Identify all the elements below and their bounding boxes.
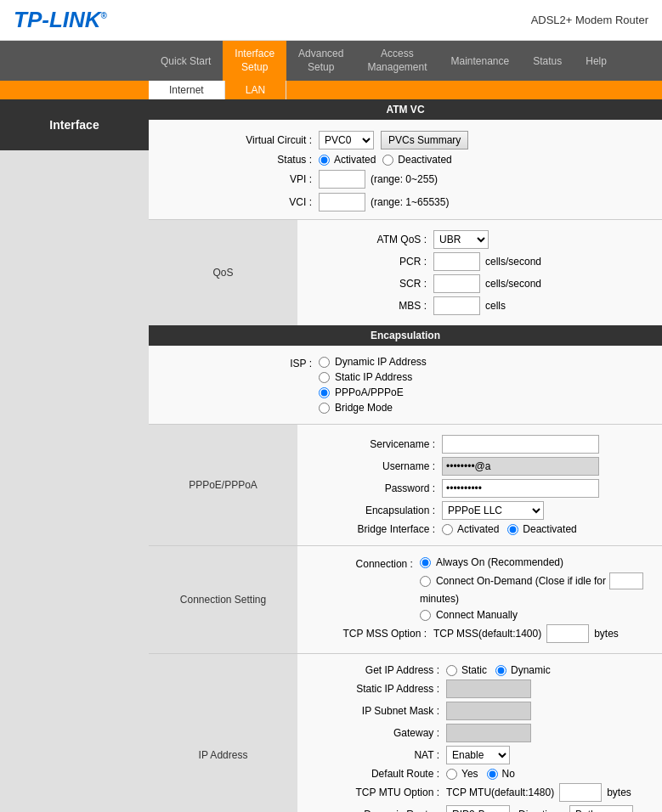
dynamic-ip-radio[interactable] [319, 357, 330, 368]
password-row: Password : [314, 479, 654, 498]
username-input[interactable] [442, 457, 599, 476]
static-ip-label: Static IP Address : [314, 683, 446, 695]
nav-item-help[interactable]: Help [574, 41, 619, 81]
tcp-mss-default: TCP MSS(default:1400) [433, 628, 541, 640]
nav-item-maintenance[interactable]: Maintenance [439, 41, 521, 81]
connect-on-demand-radio[interactable] [420, 576, 431, 587]
connect-on-demand-option[interactable]: Connect On-Demand (Close if idle for 0 m… [420, 572, 654, 605]
always-on-option[interactable]: Always On (Recommended) [420, 556, 654, 568]
sub-nav-lan[interactable]: LAN [225, 81, 286, 99]
isp-label: ISP : [166, 356, 319, 369]
pppoe-section-block: PPPoE/PPPoA Servicename : MTNL Username … [149, 424, 662, 545]
nav-item-access-management[interactable]: Access Management [355, 41, 439, 81]
static-ip-radio[interactable] [319, 372, 330, 383]
always-on-radio[interactable] [420, 557, 431, 568]
status-label: Status : [166, 154, 319, 166]
bridge-deactivated-option[interactable]: Deactivated [507, 523, 576, 535]
bridge-activated-radio[interactable] [442, 524, 453, 535]
dynamic-route-select[interactable]: RIP2-B [446, 805, 510, 812]
sidebar-interface-header: Interface [0, 99, 149, 150]
virtual-circuit-value: PVC0 PVCs Summary [319, 131, 468, 149]
isp-row: ISP : Dynamic IP Address Static IP Addre… [166, 356, 645, 414]
status-activated-option[interactable]: Activated [319, 154, 376, 166]
pppoe-pppoa-radio[interactable] [319, 387, 330, 398]
pcr-row: PCR : 0 cells/second [314, 252, 654, 271]
encapsulation-content: ISP : Dynamic IP Address Static IP Addre… [149, 346, 662, 424]
connection-setting-content: Connection : Always On (Recommended) Con… [297, 546, 662, 653]
pvcs-summary-btn[interactable]: PVCs Summary [381, 131, 468, 149]
dynamic-radio[interactable] [495, 665, 506, 676]
no-option[interactable]: No [487, 768, 515, 780]
pcr-input[interactable]: 0 [433, 252, 480, 271]
direction-select[interactable]: Both [569, 805, 633, 812]
virtual-circuit-row: Virtual Circuit : PVC0 PVCs Summary [166, 131, 645, 149]
nav-item-advanced-setup[interactable]: Advanced Setup [286, 41, 355, 81]
vpi-label: VPI : [166, 173, 319, 185]
connect-manually-radio[interactable] [420, 610, 431, 621]
servicename-label: Servicename : [314, 438, 442, 450]
nat-select[interactable]: Enable [446, 746, 510, 764]
subnet-mask-input[interactable]: 0.0.0.0 [446, 702, 531, 720]
bridge-activated-option[interactable]: Activated [442, 523, 499, 535]
vpi-range: (range: 0~255) [371, 173, 438, 185]
bridge-mode-option[interactable]: Bridge Mode [319, 402, 427, 414]
gateway-input[interactable]: 0.0.0.0 [446, 724, 531, 742]
username-label: Username : [314, 460, 442, 472]
static-radio[interactable] [446, 665, 457, 676]
default-route-label: Default Route : [314, 768, 446, 780]
vci-input[interactable]: 32 [319, 193, 365, 211]
bridge-deactivated-radio[interactable] [507, 524, 518, 535]
bridge-mode-radio[interactable] [319, 403, 330, 414]
tcp-mss-unit: bytes [594, 628, 619, 640]
no-radio[interactable] [487, 769, 498, 780]
connect-manually-option[interactable]: Connect Manually [420, 609, 654, 621]
yes-radio[interactable] [446, 769, 457, 780]
static-ip-row: Static IP Address : 0.0.0.0 [314, 679, 654, 698]
connection-setting-block: Connection Setting Connection : Always O… [149, 545, 662, 653]
dynamic-option[interactable]: Dynamic [495, 664, 551, 676]
qos-section-block: QoS ATM QoS : UBR PCR : 0 cells/second [149, 219, 662, 325]
idle-minutes-input[interactable]: 0 [609, 572, 643, 589]
vpi-input[interactable]: 1 [319, 170, 365, 189]
nat-row: NAT : Enable [314, 746, 654, 764]
tcp-mss-input[interactable]: 1400 [546, 624, 589, 643]
dynamic-route-row: Dynamic Route : RIP2-B Direction : Both [314, 805, 654, 812]
scr-input[interactable]: 0 [433, 274, 480, 293]
nav-item-quick-start[interactable]: Quick Start [149, 41, 223, 81]
tcp-mtu-input[interactable]: 1480 [559, 783, 602, 802]
vpi-row: VPI : 1 (range: 0~255) [166, 170, 645, 189]
mbs-input[interactable]: 0 [433, 296, 480, 315]
status-deactivated-radio[interactable] [382, 155, 393, 166]
static-option[interactable]: Static [446, 664, 487, 676]
virtual-circuit-select[interactable]: PVC0 [319, 131, 374, 149]
nav-item-status[interactable]: Status [521, 41, 574, 81]
atm-qos-select[interactable]: UBR [433, 230, 489, 249]
static-ip-input[interactable]: 0.0.0.0 [446, 679, 531, 698]
bridge-interface-label: Bridge Interface : [314, 523, 442, 535]
tcp-mss-label: TCP MSS Option : [314, 628, 433, 640]
servicename-row: Servicename : MTNL [314, 435, 654, 454]
dynamic-ip-option[interactable]: Dynamic IP Address [319, 356, 427, 368]
status-deactivated-option[interactable]: Deactivated [382, 154, 451, 166]
pppoe-pppoa-option[interactable]: PPPoA/PPPoE [319, 386, 427, 398]
yes-option[interactable]: Yes [446, 768, 478, 780]
encapsulation-label: Encapsulation : [314, 505, 442, 516]
ip-address-content: Get IP Address : Static Dynamic Static I… [297, 654, 662, 812]
logo-tm: ® [101, 11, 107, 20]
connection-row: Connection : Always On (Recommended) Con… [314, 556, 654, 621]
encapsulation-select[interactable]: PPPoE LLC [442, 501, 544, 520]
password-input[interactable] [442, 479, 599, 498]
gateway-row: Gateway : 0.0.0.0 [314, 724, 654, 742]
connection-setting-sidebar: Connection Setting [149, 546, 297, 653]
status-value: Activated Deactivated [319, 154, 452, 166]
tcp-mtu-label: TCP MTU Option : [314, 787, 446, 798]
atm-vc-content: Virtual Circuit : PVC0 PVCs Summary Stat… [149, 120, 662, 219]
nat-label: NAT : [314, 749, 446, 761]
static-ip-option[interactable]: Static IP Address [319, 371, 427, 383]
virtual-circuit-label: Virtual Circuit : [166, 134, 319, 146]
sub-nav-internet[interactable]: Internet [149, 81, 225, 99]
status-activated-radio[interactable] [319, 155, 330, 166]
servicename-input[interactable]: MTNL [442, 435, 599, 454]
ip-address-block: IP Address Get IP Address : Static Dynam… [149, 653, 662, 812]
nav-item-interface-setup[interactable]: Interface Setup [223, 41, 286, 81]
